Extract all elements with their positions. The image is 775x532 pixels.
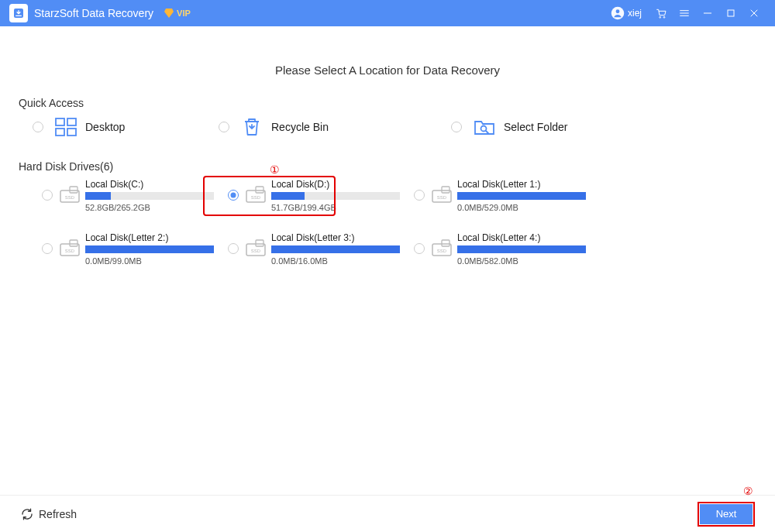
drive-name: Local Disk(Letter 1:) [457,179,586,190]
svg-text:SSD: SSD [437,195,447,200]
usage-bar [457,192,586,200]
drive-size: 52.8GB/265.2GB [85,203,214,212]
drive-size: 0.0MB/16.0MB [271,256,400,266]
radio-icon [414,243,425,254]
usage-bar [85,245,214,253]
refresh-button[interactable]: Refresh [20,507,77,521]
quick-access-label-text: Select Folder [504,121,567,133]
svg-rect-12 [70,187,78,193]
desktop-icon [54,115,78,139]
svg-rect-8 [56,129,64,136]
user-account[interactable]: xiej [611,6,642,20]
drive-item[interactable]: SSDLocal Disk(Letter 2:)0.0MB/99.0MB [42,232,228,266]
radio-icon [228,243,239,254]
menu-button[interactable] [673,2,696,25]
drive-name: Local Disk(Letter 3:) [271,232,400,243]
svg-point-3 [660,16,661,18]
svg-text:SSD: SSD [65,249,75,253]
svg-rect-24 [256,240,264,246]
minimize-button[interactable] [696,2,719,25]
quick-access-desktop[interactable]: Desktop [33,115,219,139]
maximize-button[interactable] [719,2,742,25]
drive-name: Local Disk(Letter 2:) [85,232,214,243]
page-title: Please Select A Location for Data Recove… [19,26,756,97]
svg-rect-15 [256,187,264,193]
drive-name: Local Disk(D:) [271,179,400,190]
svg-text:SSD: SSD [65,195,75,200]
user-icon [611,6,625,20]
quick-access-label-text: Desktop [85,121,125,133]
recycle-bin-icon [240,115,264,139]
title-bar: StarzSoft Data Recovery VIP xiej [0,0,775,26]
radio-icon [42,243,53,254]
ssd-drive-icon: SSD [59,185,81,205]
app-title: StarzSoft Data Recovery [34,7,153,19]
radio-icon [228,190,239,201]
ssd-drive-icon: SSD [59,239,81,259]
ssd-drive-icon: SSD [431,239,453,259]
quick-access-recycle-bin[interactable]: Recycle Bin [219,115,405,139]
drive-item[interactable]: SSDLocal Disk(C:)52.8GB/265.2GB [42,179,228,212]
drive-item[interactable]: SSDLocal Disk(Letter 4:)0.0MB/582.0MB [414,232,600,266]
drive-item[interactable]: SSDLocal Disk(Letter 1:)0.0MB/529.0MB [414,179,600,212]
svg-rect-5 [728,10,734,16]
ssd-drive-icon: SSD [245,239,267,259]
app-logo-icon [9,4,28,22]
svg-text:SSD: SSD [437,249,447,253]
diamond-icon [163,7,175,19]
svg-point-4 [663,16,665,18]
folder-search-icon [473,115,496,139]
radio-icon [414,190,425,201]
drive-name: Local Disk(C:) [85,179,214,190]
svg-rect-27 [442,240,450,246]
refresh-icon [20,507,34,521]
radio-icon [42,190,53,201]
next-button[interactable]: Next [700,504,753,524]
quick-access-label-text: Recycle Bin [271,121,329,133]
quick-access-label: Quick Access [19,97,756,109]
ssd-drive-icon: SSD [245,185,267,205]
vip-badge[interactable]: VIP [163,7,191,19]
radio-icon [33,122,43,132]
svg-rect-6 [56,118,64,125]
drive-item[interactable]: SSDLocal Disk(Letter 3:)0.0MB/16.0MB [228,232,414,266]
usage-bar [457,245,586,253]
svg-text:SSD: SSD [251,249,261,253]
drive-size: 51.7GB/199.4GB [271,203,400,212]
usage-bar [271,192,400,200]
svg-rect-18 [442,187,450,193]
drive-size: 0.0MB/99.0MB [85,256,214,266]
svg-text:SSD: SSD [251,195,261,200]
ssd-drive-icon: SSD [431,185,453,205]
cart-button[interactable] [649,2,673,25]
usage-bar [271,245,400,253]
svg-rect-7 [67,118,76,125]
drives-label: Hard Disk Drives(6) [19,160,756,173]
svg-point-2 [616,9,620,13]
quick-access-select-folder[interactable]: Select Folder [451,115,637,139]
close-button[interactable] [742,2,766,25]
svg-rect-9 [67,129,76,136]
radio-icon [451,122,462,132]
footer-bar: Refresh ② Next [0,495,775,532]
svg-rect-21 [70,240,78,246]
drive-item[interactable]: SSDLocal Disk(D:)51.7GB/199.4GB [228,179,414,212]
drive-size: 0.0MB/529.0MB [457,203,586,212]
drive-name: Local Disk(Letter 4:) [457,232,586,243]
usage-bar [85,192,214,200]
annotation-box-2: Next [698,502,755,527]
radio-icon [219,122,229,132]
drive-size: 0.0MB/582.0MB [457,256,586,266]
